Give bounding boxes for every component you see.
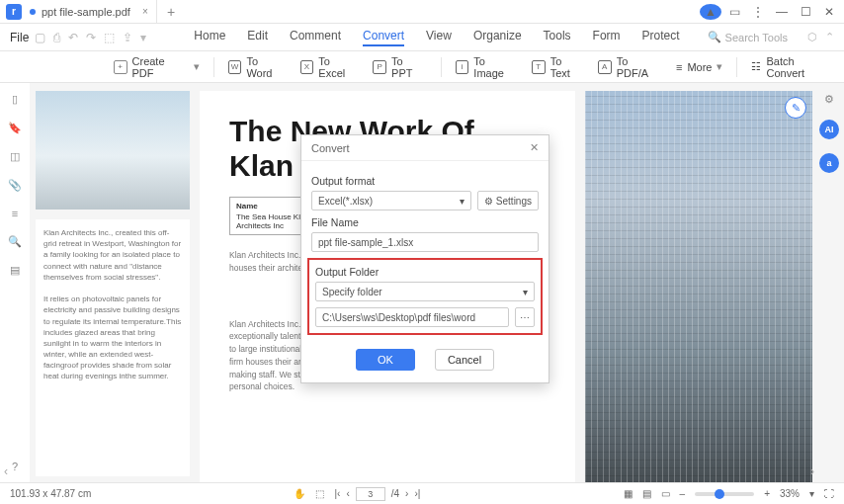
plus-icon: +: [114, 60, 127, 74]
last-page-icon[interactable]: ›|: [414, 488, 420, 499]
to-pdfa-button[interactable]: ATo PDF/A: [598, 55, 662, 79]
translate-badge[interactable]: a: [819, 153, 839, 173]
page-total: /4: [391, 488, 399, 499]
zoom-slider[interactable]: [695, 492, 754, 496]
to-word-button[interactable]: WTo Word: [228, 55, 287, 79]
ppt-icon: P: [373, 60, 386, 74]
bookmark-icon[interactable]: 🔖: [8, 122, 22, 134]
menu-convert[interactable]: Convert: [363, 29, 404, 46]
chat-icon[interactable]: ▭: [723, 5, 745, 19]
maximize-icon[interactable]: ☐: [795, 5, 816, 19]
folder-label: Output Folder: [315, 266, 535, 278]
next-page-icon[interactable]: ›: [405, 488, 408, 499]
scroll-right-icon[interactable]: ›: [810, 464, 814, 478]
settings-button[interactable]: ⚙Settings: [477, 191, 539, 210]
thumbnails-icon[interactable]: ▯: [12, 93, 18, 106]
menu-view[interactable]: View: [426, 29, 452, 46]
attachments-icon[interactable]: ◫: [10, 150, 20, 163]
burger-icon[interactable]: ≡: [12, 208, 18, 219]
pager: |‹ ‹ 3 /4 › ›|: [334, 487, 420, 501]
building-image: [585, 91, 812, 482]
search-tools[interactable]: 🔍 Search Tools: [708, 31, 788, 43]
statusbar: 101.93 x 47.87 cm ✋ ⬚ |‹ ‹ 3 /4 › ›| ▦ ▤…: [0, 482, 844, 504]
chevron-down-icon: ▾: [460, 196, 464, 207]
convert-dialog: Convert ✕ Output format Excel(*.xlsx)▾ ⚙…: [300, 134, 549, 383]
redo-icon[interactable]: ↷: [86, 31, 96, 44]
menu-form[interactable]: Form: [593, 29, 621, 46]
dialog-title: Convert: [311, 142, 350, 154]
titlebar: r ppt file-sample.pdf × + ▲ ▭ ⋮ — ☐ ✕: [0, 0, 844, 24]
menu-protect[interactable]: Protect: [642, 29, 680, 46]
body-text: Klan Architects Inc., created this off-g…: [43, 227, 182, 283]
scroll-left-icon[interactable]: ‹: [4, 464, 8, 478]
browse-button[interactable]: ⋯: [515, 307, 535, 327]
open-icon[interactable]: ▢: [35, 31, 45, 44]
help-icon[interactable]: ?: [12, 461, 18, 472]
fullscreen-icon[interactable]: ⛶: [824, 488, 834, 499]
save-icon[interactable]: ⬚: [104, 31, 115, 44]
float-tool-icon[interactable]: ✎: [785, 97, 806, 119]
to-excel-button[interactable]: XTo Excel: [300, 55, 360, 79]
share-icon[interactable]: ⇪: [123, 31, 132, 44]
page-input[interactable]: 3: [356, 487, 385, 501]
document-tab[interactable]: ppt file-sample.pdf ×: [22, 0, 157, 23]
chevron-down-icon[interactable]: ▾: [809, 488, 814, 499]
first-page-icon[interactable]: |‹: [334, 488, 340, 499]
right-rail: ⚙ AI a: [814, 83, 844, 482]
format-select[interactable]: Excel(*.xlsx)▾: [311, 191, 471, 210]
view-mode-icon[interactable]: ▦: [624, 488, 633, 499]
page-4: ✎: [585, 91, 812, 482]
cloud-icon[interactable]: ⬡: [807, 31, 817, 43]
to-image-button[interactable]: iTo Image: [456, 55, 518, 79]
create-pdf-button[interactable]: +Create PDF▾: [114, 55, 200, 79]
layers-icon[interactable]: ▤: [10, 264, 20, 277]
menubar: File ▢ ⎙ ↶ ↷ ⬚ ⇪ ▾ Home Edit Comment Con…: [0, 24, 844, 51]
menu-comment[interactable]: Comment: [290, 29, 341, 46]
minimize-icon[interactable]: —: [771, 5, 793, 19]
zoom-in-icon[interactable]: +: [764, 488, 770, 499]
hand-tool-icon[interactable]: ✋: [294, 488, 305, 499]
dropdown-icon[interactable]: ▾: [140, 31, 146, 44]
zoom-icon[interactable]: 🔍: [8, 235, 22, 248]
ok-button[interactable]: OK: [356, 349, 415, 371]
print-icon[interactable]: ⎙: [53, 31, 60, 44]
word-icon: W: [228, 60, 242, 74]
folder-mode-select[interactable]: Specify folder▾: [315, 282, 535, 301]
zoom-out-icon[interactable]: –: [680, 488, 686, 499]
kebab-icon[interactable]: ⋮: [747, 5, 769, 19]
filename-input[interactable]: ppt file-sample_1.xlsx: [311, 232, 539, 252]
body-text: It relies on photovoltaic panels for ele…: [43, 294, 182, 382]
chevron-down-icon: ▾: [523, 287, 528, 297]
menu-tools[interactable]: Tools: [544, 29, 571, 46]
file-menu[interactable]: File: [10, 31, 29, 44]
close-window-icon[interactable]: ✕: [818, 5, 840, 19]
close-tab-icon[interactable]: ×: [142, 6, 148, 17]
new-tab-button[interactable]: +: [157, 4, 185, 20]
menu-organize[interactable]: Organize: [473, 29, 522, 46]
dialog-close-icon[interactable]: ✕: [530, 141, 539, 154]
undo-icon[interactable]: ↶: [68, 31, 78, 44]
folder-path-input[interactable]: C:\Users\ws\Desktop\pdf files\word: [315, 307, 509, 327]
prev-page-icon[interactable]: ‹: [346, 488, 349, 499]
more-button[interactable]: ≡More▾: [676, 60, 722, 73]
user-badge[interactable]: ▲: [700, 4, 721, 20]
to-text-button[interactable]: TTo Text: [532, 55, 584, 79]
tab-title: ppt file-sample.pdf: [42, 6, 130, 18]
batch-convert-button[interactable]: ☷Batch Convert: [751, 55, 834, 79]
pdfa-icon: A: [598, 60, 612, 74]
sliders-icon[interactable]: ⚙: [824, 93, 834, 106]
zoom-value: 33%: [780, 488, 800, 499]
clip-icon[interactable]: 📎: [8, 179, 22, 192]
ai-badge[interactable]: AI: [819, 120, 839, 139]
view-mode-icon[interactable]: ▤: [642, 488, 651, 499]
left-rail: ▯ 🔖 ◫ 📎 ≡ 🔍 ▤ ?: [0, 83, 30, 482]
expand-icon[interactable]: ⌃: [825, 31, 834, 43]
menu-home[interactable]: Home: [194, 29, 225, 46]
menu-edit[interactable]: Edit: [247, 29, 268, 46]
view-mode-icon[interactable]: ▭: [661, 488, 670, 499]
select-tool-icon[interactable]: ⬚: [315, 488, 324, 499]
to-ppt-button[interactable]: PTo PPT: [373, 55, 426, 79]
excel-icon: X: [300, 60, 314, 74]
cancel-button[interactable]: Cancel: [435, 349, 494, 371]
zoom-knob[interactable]: [715, 489, 724, 499]
